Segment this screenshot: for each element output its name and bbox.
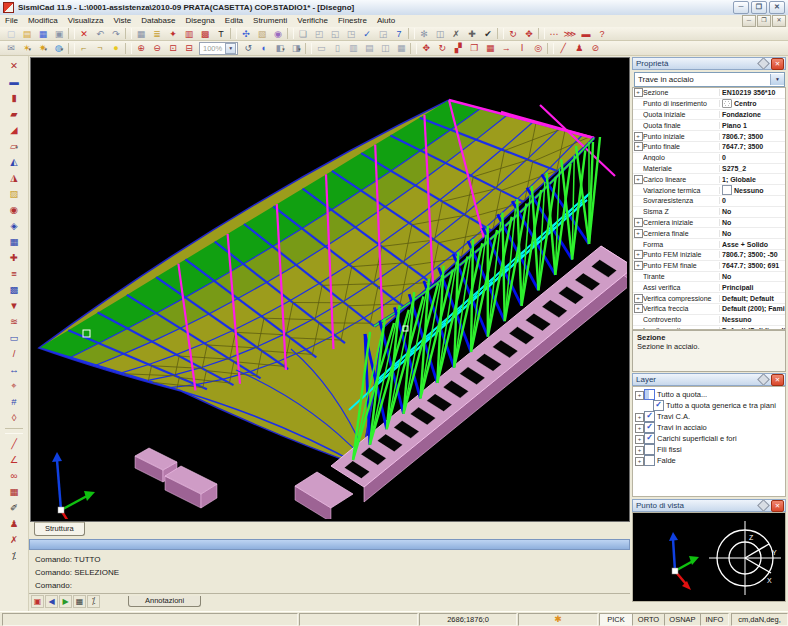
property-row[interactable]: +Punto FEM finale7647.7; 3500; 691 (633, 261, 785, 272)
expand-icon[interactable]: + (635, 456, 644, 466)
rotate-c-icon[interactable]: ↻ (505, 28, 521, 40)
menu-aiuto[interactable]: Aiuto (372, 15, 400, 27)
mail-icon[interactable]: ✉ (3, 42, 19, 54)
levels-icon[interactable]: ≣ (149, 28, 165, 40)
view-top-icon[interactable]: ◱ (327, 28, 343, 40)
property-row[interactable]: Punto di inserimentoCentro (633, 99, 785, 110)
expand-icon[interactable]: + (633, 304, 643, 313)
pin-icon[interactable] (757, 499, 770, 512)
properties-close-icon[interactable]: ✕ (771, 58, 784, 70)
expand-icon[interactable]: + (633, 142, 643, 151)
property-row[interactable]: +SezioneEN10219 356*10 (633, 88, 785, 99)
pillar-icon[interactable]: ▮ (3, 90, 25, 106)
distribute-icon[interactable]: ▤ (361, 42, 377, 54)
property-row[interactable]: +Cerniera inizialeNo (633, 218, 785, 229)
cmd-edit-icon[interactable]: ⁒ (87, 595, 100, 608)
no-entry-icon[interactable]: ⊘ (587, 42, 603, 54)
offset-icon[interactable]: → (498, 42, 514, 54)
train-icon[interactable]: ▬ (578, 28, 594, 40)
property-value[interactable]: No (720, 208, 785, 215)
people-icon[interactable]: ♟ (571, 42, 587, 54)
bolt-icon[interactable]: ◉ (3, 202, 25, 218)
chevron-down-icon[interactable]: ▾ (29, 46, 32, 52)
checkbox-checked[interactable]: ✓ (644, 422, 655, 433)
property-value[interactable]: 7806.7; 3500 (720, 133, 785, 140)
expand-icon[interactable]: + (633, 132, 643, 141)
pin-icon[interactable] (757, 57, 770, 70)
property-row[interactable]: TiranteNo (633, 272, 785, 283)
text-tool-icon[interactable]: T (213, 28, 229, 40)
view-side-icon[interactable]: ◳ (343, 28, 359, 40)
plate-icon[interactable]: ▨ (3, 186, 25, 202)
property-row[interactable]: +Punto FEM iniziale7806.7; 3500; -50 (633, 250, 785, 261)
property-value[interactable]: 1; Globale (720, 176, 785, 183)
favorite-add-icon[interactable]: ✶▾ (19, 42, 35, 54)
move-cross-icon[interactable]: ✥ (521, 28, 537, 40)
command-history[interactable]: Comando: TUTTOComando: SELEZIONEComando: (29, 550, 630, 592)
cmd-stop-icon[interactable]: ▣ (31, 595, 44, 608)
select-window-icon[interactable]: ▭ (313, 42, 329, 54)
rail-ballast-icon[interactable]: ⋯ (546, 28, 562, 40)
sketch-icon[interactable]: 7 (391, 28, 407, 40)
property-value[interactable]: Centro (720, 99, 785, 108)
property-row[interactable]: FormaAsse + Solido (633, 239, 785, 250)
property-value[interactable]: No (720, 230, 785, 237)
eraser-icon[interactable]: ✗ (3, 532, 25, 548)
property-value[interactable]: No (720, 273, 785, 280)
measure-2-icon[interactable]: ¬ (92, 42, 108, 54)
load-line-icon[interactable]: ≡ (3, 266, 25, 282)
checkbox-unchecked[interactable] (722, 185, 732, 195)
chevron-down-icon[interactable]: ▾ (282, 46, 285, 52)
line-draw-icon[interactable]: ╱ (3, 436, 25, 452)
expand-icon[interactable]: + (635, 445, 644, 455)
property-value[interactable]: 7647.7; 3500; 691 (720, 262, 785, 269)
menu-file[interactable]: File (0, 15, 23, 27)
orbit-icon[interactable]: ↺ (240, 42, 256, 54)
foundation-icon[interactable]: ▼ (3, 298, 25, 314)
menu-edita[interactable]: Edita (220, 15, 248, 27)
axis-target-icon[interactable]: ⌖ (3, 378, 25, 394)
cmd-forward-icon[interactable]: ▶ (59, 595, 72, 608)
rail-track-icon[interactable]: ⋙ (562, 28, 578, 40)
insert-grid-icon[interactable]: ▩ (197, 28, 213, 40)
property-value[interactable]: Default (200); Fami (720, 305, 785, 312)
shade-mode-icon[interactable]: ◧▾ (272, 42, 288, 54)
property-row[interactable]: +Punto finale7647.7; 3500 (633, 142, 785, 153)
checkbox-checked[interactable]: ✓ (644, 433, 655, 444)
chevron-down-icon[interactable]: ▾ (61, 46, 64, 52)
measure-1-icon[interactable]: ⌐ (76, 42, 92, 54)
stairs-icon[interactable]: ≋ (3, 314, 25, 330)
wall-icon[interactable]: ▰ (3, 106, 25, 122)
slab-icon[interactable]: ▱▾ (3, 138, 25, 154)
property-row[interactable]: Quota inizialeFondazione (633, 110, 785, 121)
property-row[interactable]: MaterialeS275_2 (633, 164, 785, 175)
property-value[interactable]: 7647.7; 3500 (720, 143, 785, 150)
layer-item[interactable]: +Tutto a quota... (633, 389, 785, 400)
property-value[interactable]: Piano 1 (720, 122, 785, 129)
material-sphere-icon[interactable]: ◉ (270, 28, 286, 40)
roof-panel-icon[interactable]: ◢ (3, 122, 25, 138)
toggle-info[interactable]: INFO (700, 613, 729, 626)
copy-icon[interactable]: ❐ (466, 42, 482, 54)
expand-icon[interactable]: + (633, 250, 643, 259)
align-icon[interactable]: ▥ (345, 42, 361, 54)
viewpoint-close-icon[interactable]: ✕ (771, 500, 784, 512)
checkbox-checked[interactable]: ✓ (653, 400, 664, 411)
database-table-icon[interactable]: ▦ (133, 28, 149, 40)
pan-icon[interactable]: ◐ (256, 42, 272, 54)
property-row[interactable]: Variazione termicaNessuno (633, 185, 785, 196)
expand-icon[interactable]: + (633, 175, 643, 184)
weld-icon[interactable]: ◈ (3, 218, 25, 234)
layer-item[interactable]: +✓Travi C.A. (633, 411, 785, 422)
object-props-icon[interactable]: ▦ (393, 42, 409, 54)
dimension-icon[interactable]: ↔ (3, 362, 25, 378)
property-row[interactable]: +Carico lineare1; Globale (633, 174, 785, 185)
restore-button[interactable]: ❐ (751, 1, 767, 14)
property-value[interactable]: Asse + Solido (720, 241, 785, 248)
property-value[interactable]: Default; Default (720, 295, 785, 302)
beam-icon[interactable]: ▬ (3, 74, 25, 90)
mirror-icon[interactable]: ▞ (450, 42, 466, 54)
menu-database[interactable]: Database (136, 15, 180, 27)
element-type-select[interactable]: Trave in acciaio ▼ (634, 72, 785, 87)
menu-finestre[interactable]: Finestre (333, 15, 372, 27)
